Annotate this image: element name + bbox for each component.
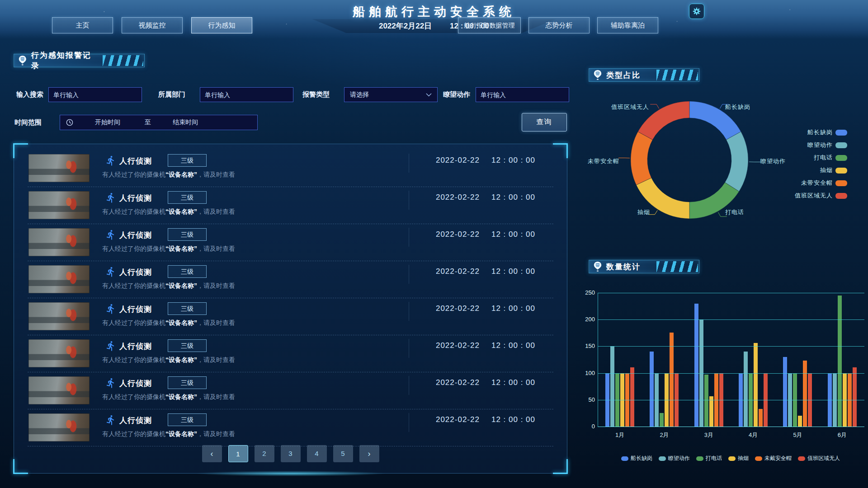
search-input[interactable] [48, 87, 142, 102]
x-axis-tick-label: 2月 [642, 431, 686, 439]
alarm-level-badge: 三级 [168, 265, 207, 278]
alarm-message-suffix: ，请及时查看 [197, 208, 235, 215]
alarm-list-item[interactable]: 人行侦测 三级 有人经过了你的摄像机“设备名称”，请及时查看 2022-02-2… [28, 298, 553, 335]
device-name: “设备名称” [165, 171, 197, 178]
device-name: “设备名称” [165, 430, 197, 437]
alarm-date: 2022-02-22 [436, 156, 480, 165]
y-axis-tick-label: 150 [579, 343, 595, 349]
pagination-page-3[interactable]: 3 [281, 445, 301, 462]
donut-callout-label: 船长缺岗 [725, 103, 750, 111]
grid-line [598, 427, 864, 427]
donut-callout-label: 未带安全帽 [588, 157, 619, 165]
alarm-list-item[interactable]: 人行侦测 三级 有人经过了你的摄像机“设备名称”，请及时查看 2022-02-2… [28, 372, 553, 409]
alarm-date: 2022-02-22 [436, 378, 480, 387]
alarm-thumbnail[interactable] [28, 339, 90, 367]
alarm-type-select[interactable]: 请选择 [344, 87, 438, 102]
legend-label: 船长缺岗 [631, 455, 652, 462]
legend-swatch [798, 456, 805, 461]
nav-button[interactable]: 主页 [52, 17, 113, 33]
alarm-thumbnail[interactable] [28, 265, 90, 293]
start-time-placeholder: 开始时间 [95, 118, 120, 127]
alarm-thumbnail[interactable] [28, 228, 90, 256]
gear-icon [692, 7, 701, 16]
legend-item: 值班区域无人 [795, 192, 847, 200]
alarm-level-badge: 三级 [168, 191, 207, 204]
alarm-thumbnail[interactable] [28, 191, 90, 219]
x-axis-tick-label: 6月 [820, 431, 864, 439]
type-ratio-panel-header: 类型占比 [589, 68, 699, 82]
bar-group [820, 293, 864, 427]
nav-button[interactable]: 辅助靠离泊 [597, 17, 658, 33]
clock-icon [66, 119, 73, 126]
donut-callout-label: 瞭望动作 [760, 157, 786, 165]
type-ratio-title: 类型占比 [606, 70, 641, 80]
pagination-page-1[interactable]: 1 [228, 445, 248, 462]
alarm-type-label: 人行侦测 [119, 341, 152, 352]
alarm-list-item[interactable]: 人行侦测 三级 有人经过了你的摄像机“设备名称”，请及时查看 2022-02-2… [28, 409, 553, 446]
alarm-list-item[interactable]: 人行侦测 三级 有人经过了你的摄像机“设备名称”，请及时查看 2022-02-2… [28, 335, 553, 372]
alarm-type-filter-label: 报警类型 [302, 90, 330, 99]
count-stats-panel-header: 数量统计 [589, 260, 699, 273]
running-person-icon [105, 340, 116, 352]
alarm-message-prefix: 有人经过了你的摄像机 [102, 245, 165, 252]
alarm-level-badge: 三级 [168, 302, 207, 315]
nav-button[interactable]: 态势分析 [528, 17, 590, 33]
alarm-type-label: 人行侦测 [119, 230, 152, 240]
legend-item: 瞭望动作 [807, 141, 847, 149]
department-input[interactable] [200, 87, 293, 102]
alarm-message-prefix: 有人经过了你的摄像机 [102, 171, 165, 178]
running-person-icon [105, 155, 116, 167]
time-range-to: 至 [145, 118, 151, 127]
alarm-date: 2022-02-22 [436, 193, 480, 202]
nav-button[interactable]: 行为感知 [191, 17, 252, 33]
pagination-page-5[interactable]: 5 [333, 445, 353, 462]
alarm-thumbnail[interactable] [28, 302, 90, 330]
nav-button[interactable]: 视频监控 [122, 17, 183, 33]
nav-button[interactable]: 航行报警数据管理 [458, 17, 521, 33]
legend-label: 瞭望动作 [668, 455, 690, 462]
pagination: ‹12345› [14, 445, 567, 462]
pin-icon [18, 55, 27, 66]
alarm-time: 12 : 00 : 00 [491, 341, 535, 350]
grid-line [598, 293, 864, 293]
legend-label: 船长缺岗 [807, 128, 833, 136]
alarm-message-prefix: 有人经过了你的摄像机 [102, 356, 165, 363]
alarm-list-item[interactable]: 人行侦测 三级 有人经过了你的摄像机“设备名称”，请及时查看 2022-02-2… [28, 261, 553, 298]
alarm-thumbnail[interactable] [28, 413, 90, 441]
alarm-type-label: 人行侦测 [119, 156, 152, 166]
time-range-label: 时间范围 [14, 118, 42, 127]
settings-button[interactable] [689, 4, 704, 19]
pagination-page-4[interactable]: 4 [307, 445, 327, 462]
lookout-input[interactable] [476, 87, 569, 102]
alarm-thumbnail[interactable] [28, 376, 90, 404]
bar [803, 361, 807, 427]
alarm-list-item[interactable]: 人行侦测 三级 有人经过了你的摄像机“设备名称”，请及时查看 2022-02-2… [28, 150, 553, 187]
pagination-next[interactable]: › [359, 445, 379, 462]
legend-swatch [835, 180, 847, 186]
time-range-picker[interactable]: 开始时间 至 结束时间 [60, 115, 258, 130]
donut-callout-label: 抽烟 [637, 208, 650, 216]
bar [660, 413, 664, 427]
alarm-message-suffix: ，请及时查看 [197, 430, 235, 437]
legend-label: 打电话 [706, 455, 722, 462]
alarm-timestamp: 2022-02-22 12 : 00 : 00 [436, 304, 535, 313]
alarm-list-item[interactable]: 人行侦测 三级 有人经过了你的摄像机“设备名称”，请及时查看 2022-02-2… [28, 224, 553, 261]
alarm-list-item[interactable]: 人行侦测 三级 有人经过了你的摄像机“设备名称”，请及时查看 2022-02-2… [28, 187, 553, 224]
legend-swatch [835, 155, 847, 161]
running-person-icon [105, 229, 116, 241]
running-person-icon [105, 266, 116, 278]
alarm-time: 12 : 00 : 00 [491, 304, 535, 313]
bar [853, 367, 857, 427]
alarm-time: 12 : 00 : 00 [491, 267, 535, 276]
alarm-date: 2022-02-22 [436, 267, 480, 276]
bar [610, 346, 614, 427]
y-axis-line [598, 293, 598, 427]
query-button[interactable]: 查询 [522, 113, 567, 131]
pin-icon [593, 70, 602, 80]
bar-chart-legend: 船长缺岗瞭望动作打电话抽烟未戴安全帽值班区域无人 [595, 455, 866, 462]
bar [783, 357, 787, 427]
pagination-page-2[interactable]: 2 [255, 445, 274, 462]
alarm-thumbnail[interactable] [28, 154, 90, 182]
pagination-prev[interactable]: ‹ [202, 445, 222, 462]
device-name: “设备名称” [165, 282, 197, 289]
